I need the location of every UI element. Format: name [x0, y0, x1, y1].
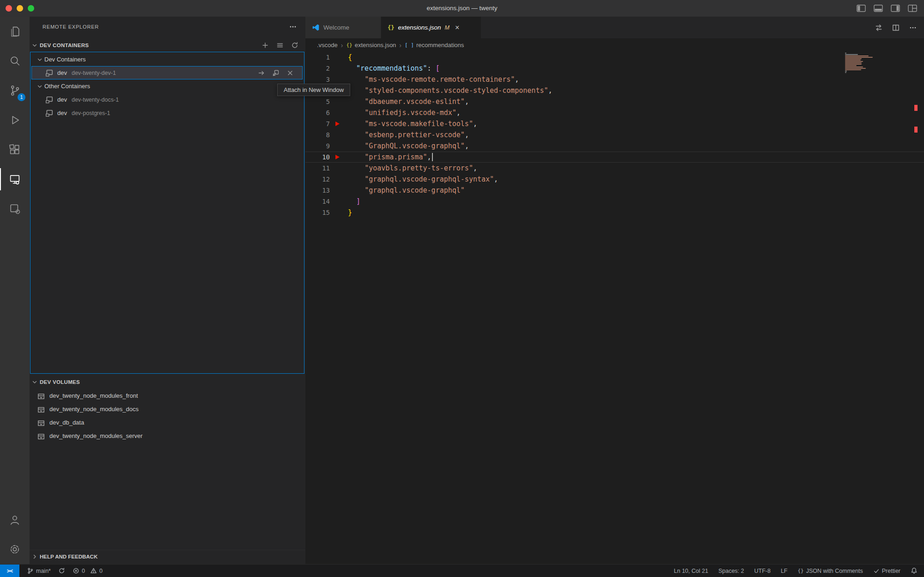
code-line[interactable]: 8 "esbenp.prettier-vscode", — [305, 129, 924, 140]
line-number: 10 — [305, 152, 330, 163]
breadcrumb-folder[interactable]: .vscode — [317, 42, 338, 49]
line-number: 12 — [305, 174, 330, 185]
chevron-down-icon — [30, 379, 40, 385]
language-mode-status[interactable]: {} JSON with Comments — [798, 568, 863, 574]
json-file-icon: {} — [388, 24, 394, 31]
source-control-badge: 1 — [18, 93, 25, 101]
search-icon[interactable] — [0, 46, 30, 76]
code-line[interactable]: 7 "ms-vscode.makefile-tools", — [305, 118, 924, 129]
remote-targets-icon[interactable] — [0, 194, 30, 224]
code-line[interactable]: 13 "graphql.vscode-graphql" — [305, 185, 924, 196]
code-line[interactable]: 5 "dbaeumer.vscode-eslint", — [305, 96, 924, 107]
code-text: "GraphQL.vscode-graphql", — [348, 140, 469, 152]
split-editor-icon[interactable] — [891, 23, 900, 32]
overview-ruler-marker — [914, 105, 918, 111]
attach-current-window-icon[interactable] — [257, 69, 266, 77]
extensions-icon[interactable] — [0, 135, 30, 164]
error-count: 0 — [82, 568, 85, 574]
volume-item[interactable]: dev_db_data — [30, 416, 305, 429]
array-symbol-icon: [ ] — [405, 42, 414, 48]
glyph-margin — [330, 163, 348, 174]
new-dev-container-icon[interactable] — [261, 41, 269, 49]
section-header-help-feedback[interactable]: HELP AND FEEDBACK — [30, 550, 305, 563]
open-changes-icon[interactable] — [874, 23, 883, 32]
vscode-logo-icon — [312, 24, 320, 31]
tree-item-dev-twenty-dev-1[interactable]: dev dev-twenty-dev-1 — [31, 66, 303, 79]
code-line[interactable]: 2 "recommendations": [ — [305, 63, 924, 74]
section-header-dev-containers[interactable]: DEV CONTAINERS — [30, 39, 305, 52]
code-lines: 1{2 "recommendations": [3 "ms-vscode-rem… — [305, 52, 924, 218]
settings-gear-icon[interactable] — [0, 534, 30, 564]
tab-extensions-json[interactable]: {} extensions.json M × — [381, 17, 481, 38]
minimap[interactable] — [845, 53, 874, 73]
source-control-icon[interactable]: 1 — [0, 76, 30, 105]
toggle-panel-icon[interactable] — [873, 4, 883, 13]
code-editor[interactable]: 1{2 "recommendations": [3 "ms-vscode-rem… — [305, 52, 924, 218]
more-actions-icon[interactable] — [908, 23, 918, 32]
code-text: "ms-vscode.makefile-tools", — [348, 118, 477, 129]
customize-layout-icon[interactable] — [907, 4, 918, 13]
volume-item[interactable]: dev_twenty_node_modules_server — [30, 429, 305, 443]
vscode-window: extensions.json — twenty — [0, 0, 924, 577]
cursor-position-status[interactable]: Ln 10, Col 21 — [674, 568, 708, 574]
code-line[interactable]: 15} — [305, 207, 924, 218]
code-line[interactable]: 11 "yoavbls.pretty-ts-errors", — [305, 163, 924, 174]
code-line[interactable]: 3 "ms-vscode-remote.remote-containers", — [305, 74, 924, 85]
more-actions-icon[interactable] — [289, 23, 297, 31]
tree-item-dev-postgres-1[interactable]: dev dev-postgres-1 — [31, 106, 303, 120]
code-line[interactable]: 6 "unifiedjs.vscode-mdx", — [305, 107, 924, 118]
warning-count: 0 — [99, 568, 103, 574]
tab-welcome[interactable]: Welcome — [305, 17, 381, 38]
tree-group-other-containers[interactable]: Other Containers — [31, 79, 303, 93]
code-line[interactable]: 14 ] — [305, 196, 924, 207]
container-icon — [45, 69, 54, 77]
close-tab-icon[interactable]: × — [455, 24, 459, 31]
toggle-primary-sidebar-icon[interactable] — [856, 4, 866, 13]
code-text: } — [348, 207, 352, 218]
remote-explorer-icon[interactable] — [0, 164, 30, 194]
sync-changes-icon[interactable] — [58, 567, 65, 574]
attach-new-window-icon[interactable] — [272, 69, 280, 77]
code-line[interactable]: 1{ — [305, 52, 924, 63]
tree-group-dev-containers[interactable]: Dev Containers — [31, 53, 303, 66]
notifications-bell-icon[interactable] — [911, 567, 918, 574]
refresh-icon[interactable] — [291, 41, 299, 49]
gutter-marker-icon — [335, 155, 340, 159]
code-text: "esbenp.prettier-vscode", — [348, 129, 469, 140]
glyph-margin — [330, 207, 348, 218]
stop-container-icon[interactable] — [286, 69, 294, 77]
explorer-icon[interactable] — [0, 17, 30, 46]
git-branch-status[interactable]: main* — [27, 567, 51, 574]
problems-status[interactable]: 0 0 — [73, 567, 103, 574]
breadcrumb-file[interactable]: {} extensions.json — [346, 42, 396, 49]
encoding-status[interactable]: UTF-8 — [754, 568, 770, 574]
code-line[interactable]: 12 "graphql.vscode-graphql-syntax", — [305, 174, 924, 185]
tree-item-dev-twenty-docs-1[interactable]: dev dev-twenty-docs-1 — [31, 93, 303, 106]
volume-item[interactable]: dev_twenty_node_modules_front — [30, 389, 305, 402]
code-text: "graphql.vscode-graphql" — [348, 185, 465, 196]
breadcrumb-symbol[interactable]: [ ] recommendations — [405, 42, 464, 49]
eol-status[interactable]: LF — [781, 568, 788, 574]
tab-bar: Welcome {} extensions.json M × — [305, 17, 924, 38]
toggle-secondary-sidebar-icon[interactable] — [890, 4, 900, 13]
glyph-margin — [330, 140, 348, 152]
code-text: "styled-components.vscode-styled-compone… — [348, 85, 553, 96]
remote-indicator[interactable]: >< — [0, 565, 19, 577]
code-line[interactable]: 4 "styled-components.vscode-styled-compo… — [305, 85, 924, 96]
run-debug-icon[interactable] — [0, 105, 30, 135]
volume-item[interactable]: dev_twenty_node_modules_docs — [30, 402, 305, 416]
formatter-status[interactable]: Prettier — [873, 568, 900, 574]
glyph-margin — [330, 129, 348, 140]
code-line[interactable]: 10 "prisma.prisma", — [305, 152, 924, 163]
code-text: ] — [348, 196, 360, 207]
code-line[interactable]: 9 "GraphQL.vscode-graphql", — [305, 140, 924, 152]
indentation-status[interactable]: Spaces: 2 — [718, 568, 744, 574]
glyph-margin — [330, 174, 348, 185]
accounts-icon[interactable] — [0, 505, 30, 534]
code-text: "graphql.vscode-graphql-syntax", — [348, 174, 498, 185]
show-details-icon[interactable] — [276, 41, 284, 49]
breadcrumb: .vscode › {} extensions.json › [ ] recom… — [305, 38, 924, 52]
line-number: 15 — [305, 207, 330, 218]
glyph-margin — [330, 63, 348, 74]
section-header-dev-volumes[interactable]: DEV VOLUMES — [30, 376, 305, 389]
